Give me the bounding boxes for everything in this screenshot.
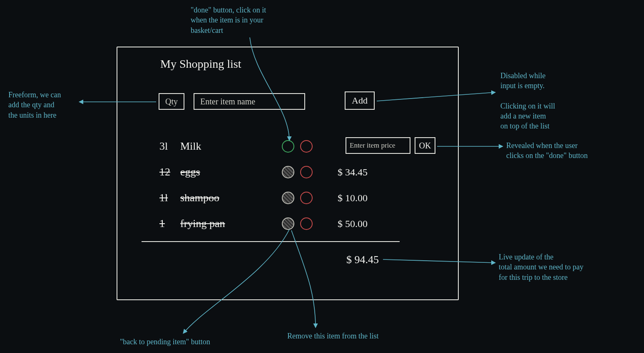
item-price: $ 50.00 — [338, 218, 368, 230]
undone-button[interactable] — [282, 166, 294, 178]
item-qty: 1 — [159, 217, 180, 230]
item-qty: 1l — [159, 192, 180, 204]
list-item: 1 frying pan $ 50.00 — [159, 215, 368, 232]
ok-label: OK — [419, 141, 431, 151]
undone-button[interactable] — [282, 217, 294, 230]
remove-button[interactable] — [300, 192, 313, 204]
item-qty: 12 — [159, 166, 180, 178]
item-name-input[interactable]: Enter item name — [194, 93, 305, 110]
qty-placeholder: Qty — [165, 97, 178, 106]
undone-button[interactable] — [282, 192, 294, 204]
page-title: My Shopping list — [160, 57, 241, 71]
item-price: $ 34.45 — [338, 167, 368, 178]
item-name: eggs — [180, 166, 276, 178]
list-item: 12 eggs $ 34.45 — [159, 164, 368, 180]
annotation-qty: Freeform, we can add the qty and the uni… — [8, 90, 61, 120]
item-price: $ 10.00 — [338, 193, 368, 204]
price-input[interactable]: Enter item price — [346, 137, 410, 154]
done-button[interactable] — [282, 140, 294, 153]
list-item: 3l Milk — [159, 138, 313, 155]
divider — [142, 241, 400, 242]
add-label: Add — [352, 95, 368, 106]
remove-button[interactable] — [300, 166, 313, 178]
name-placeholder: Enter item name — [200, 97, 255, 106]
annotation-pending: "back to pending item" button — [120, 337, 210, 347]
add-button[interactable]: Add — [345, 91, 375, 110]
annotation-remove: Remove this item from the list — [287, 331, 378, 341]
annotation-price: Revealed when the user clicks on the "do… — [506, 141, 588, 161]
list-item: 1l shampoo $ 10.00 — [159, 190, 368, 206]
annotation-total: Live update of the total amount we need … — [499, 252, 583, 282]
item-name: Milk — [180, 140, 276, 153]
price-placeholder: Enter item price — [350, 141, 395, 150]
item-name: shampoo — [180, 192, 276, 204]
item-name: frying pan — [180, 217, 276, 230]
annotation-done: "done" button, click on it when the item… — [191, 5, 266, 35]
remove-button[interactable] — [300, 217, 313, 230]
total-amount: $ 94.45 — [346, 254, 379, 266]
qty-input[interactable]: Qty — [159, 93, 184, 110]
annotation-add: Disabled while input is empty. Clicking … — [500, 71, 555, 131]
item-qty: 3l — [159, 140, 180, 153]
remove-button[interactable] — [300, 140, 313, 153]
ok-button[interactable]: OK — [415, 137, 435, 154]
